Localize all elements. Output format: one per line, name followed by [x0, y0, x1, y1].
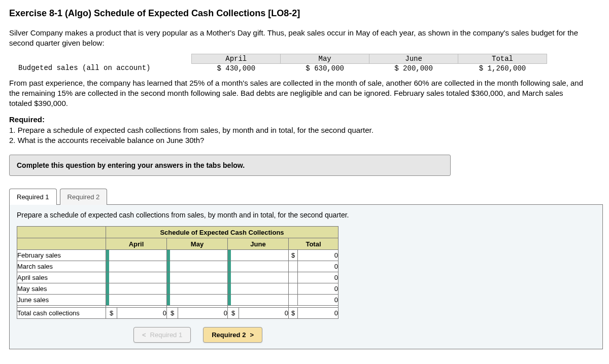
feb-total-val: 0 [298, 250, 339, 261]
tab-required-2[interactable]: Required 2 [60, 189, 108, 205]
mar-total-val: 0 [298, 261, 339, 272]
budget-table: April May June Total Budgeted sales (all… [9, 54, 547, 73]
required-item-1: 1. Prepare a schedule of expected cash c… [9, 125, 600, 135]
schedule-blank-h [17, 238, 106, 250]
apr-total-cur [289, 272, 298, 283]
input-may-april[interactable] [106, 283, 167, 295]
may-total-cur [289, 283, 298, 295]
budget-row-label: Budgeted sales (all on account) [9, 63, 192, 73]
input-mar-june[interactable] [228, 261, 289, 272]
budget-col-april: April [192, 54, 281, 63]
budget-blank-header [9, 54, 192, 63]
required-item-2: 2. What is the accounts receivable balan… [9, 135, 600, 145]
budget-val-june: $ 200,000 [369, 63, 458, 73]
row-label-total: Total cash collections [17, 308, 106, 319]
budget-val-may: $ 630,000 [281, 63, 369, 73]
input-feb-april[interactable] [106, 250, 167, 261]
input-mar-april[interactable] [106, 261, 167, 272]
feb-total-cur: $ [289, 250, 298, 261]
table-row: April sales 0 [17, 272, 339, 283]
input-feb-may[interactable] [167, 250, 228, 261]
budget-col-june: June [369, 54, 458, 63]
budget-val-total: $ 1,260,000 [458, 63, 547, 73]
schedule-col-april: April [106, 238, 167, 250]
tot-april-val: 0 [117, 308, 167, 319]
input-jun-june[interactable] [228, 295, 289, 306]
budget-col-may: May [281, 54, 369, 63]
total-row: Total cash collections $ 0 $ 0 $ 0 $ 0 [17, 308, 339, 319]
explanation-paragraph: From past experience, the company has le… [9, 78, 588, 109]
tot-june-cur: $ [228, 308, 239, 319]
tot-april-cur: $ [106, 308, 117, 319]
budget-val-april: $ 430,000 [192, 63, 281, 73]
jun-total-cur [289, 295, 298, 306]
input-apr-april[interactable] [106, 272, 167, 283]
row-label-jun: June sales [17, 295, 106, 306]
budget-table-wrap: April May June Total Budgeted sales (all… [9, 54, 600, 73]
schedule-col-may: May [167, 238, 228, 250]
tab-bar: Required 1 Required 2 [9, 188, 603, 204]
nav-buttons: < Required 1 Required 2 > [133, 327, 595, 343]
required-block: Required: 1. Prepare a schedule of expec… [9, 115, 600, 145]
next-button[interactable]: Required 2 > [203, 327, 262, 343]
may-total-val: 0 [298, 283, 339, 295]
schedule-title: Schedule of Expected Cash Collections [106, 227, 339, 238]
chevron-left-icon: < [142, 331, 146, 339]
row-label-mar: March sales [17, 261, 106, 272]
tot-may-val: 0 [178, 308, 228, 319]
mar-total-cur [289, 261, 298, 272]
instruction-banner: Complete this question by entering your … [9, 155, 451, 176]
tot-may-cur: $ [167, 308, 178, 319]
row-label-feb: February sales [17, 250, 106, 261]
input-apr-may[interactable] [167, 272, 228, 283]
exercise-title: Exercise 8-1 (Algo) Schedule of Expected… [9, 8, 600, 19]
schedule-table: Schedule of Expected Cash Collections Ap… [17, 226, 339, 319]
table-row: February sales $ 0 [17, 250, 339, 261]
table-row: June sales 0 [17, 295, 339, 306]
schedule-col-total: Total [289, 238, 339, 250]
tab-instruction: Prepare a schedule of expected cash coll… [17, 211, 595, 219]
input-feb-june[interactable] [228, 250, 289, 261]
input-may-may[interactable] [167, 283, 228, 295]
schedule-col-june: June [228, 238, 289, 250]
prev-button[interactable]: < Required 1 [133, 327, 191, 343]
row-label-apr: April sales [17, 272, 106, 283]
intro-paragraph: Silver Company makes a product that is v… [9, 28, 588, 49]
tab-content: Prepare a schedule of expected cash coll… [9, 204, 603, 349]
input-jun-april[interactable] [106, 295, 167, 306]
input-mar-may[interactable] [167, 261, 228, 272]
table-row: May sales 0 [17, 283, 339, 295]
jun-total-val: 0 [298, 295, 339, 306]
tot-june-val: 0 [239, 308, 289, 319]
row-label-may: May sales [17, 283, 106, 295]
tot-total-cur: $ [289, 308, 298, 319]
next-button-label: Required 2 [212, 331, 246, 339]
input-apr-june[interactable] [228, 272, 289, 283]
table-row: March sales 0 [17, 261, 339, 272]
budget-col-total: Total [458, 54, 547, 63]
required-header: Required: [9, 115, 600, 125]
prev-button-label: Required 1 [150, 331, 183, 339]
input-jun-may[interactable] [167, 295, 228, 306]
tab-required-1[interactable]: Required 1 [9, 189, 57, 205]
tot-total-val: 0 [298, 308, 339, 319]
input-may-june[interactable] [228, 283, 289, 295]
chevron-right-icon: > [250, 331, 254, 339]
schedule-blank-corner [17, 227, 106, 238]
apr-total-val: 0 [298, 272, 339, 283]
